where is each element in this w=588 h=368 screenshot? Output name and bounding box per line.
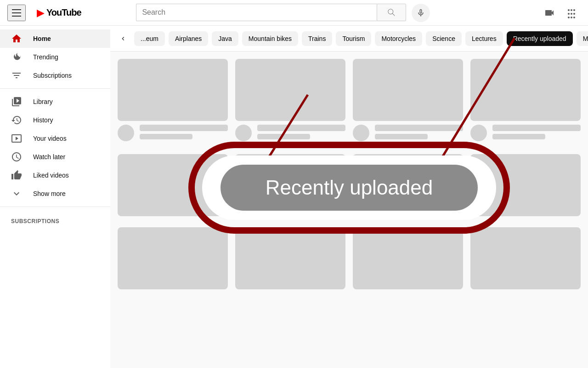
video-thumbnail — [353, 227, 463, 289]
video-title-skeleton — [257, 125, 345, 131]
header-left: ▶ YouTube — [7, 5, 81, 21]
video-card[interactable] — [470, 59, 581, 143]
subscriptions-section-title: SUBSCRIPTIONS — [0, 211, 110, 228]
video-card[interactable] — [470, 154, 581, 216]
video-thumbnail — [353, 154, 463, 216]
avatar — [353, 125, 369, 141]
sidebar-your-videos-label: Your videos — [33, 135, 67, 142]
video-meta — [140, 125, 228, 141]
video-card[interactable] — [353, 227, 463, 289]
sidebar-item-subscriptions[interactable]: Subscriptions — [0, 66, 110, 85]
logo[interactable]: ▶ YouTube — [37, 7, 81, 19]
video-thumbnail — [235, 154, 345, 216]
search-area — [136, 4, 430, 22]
category-bar: ...eum Airplanes Java Mountain bikes Tra… — [110, 26, 588, 52]
sidebar-divider-2 — [0, 207, 110, 207]
library-icon — [11, 96, 22, 107]
video-thumbnail — [235, 227, 345, 289]
sidebar-item-library[interactable]: Library — [0, 92, 110, 111]
video-thumbnail — [470, 154, 581, 216]
video-info — [235, 121, 345, 143]
main-content — [110, 52, 588, 368]
video-card[interactable] — [353, 154, 463, 216]
category-chip-motorcycles[interactable]: Motorcycles — [375, 31, 422, 46]
logo-text: YouTube — [46, 7, 81, 18]
video-card[interactable] — [118, 59, 228, 143]
category-chip-museum[interactable]: ...eum — [134, 31, 165, 46]
category-chip-trains[interactable]: Trains — [302, 31, 332, 46]
grid-icon — [566, 7, 577, 18]
video-grid-row1 — [118, 59, 581, 143]
video-grid-row3 — [118, 227, 581, 289]
history-icon — [11, 115, 22, 126]
sidebar-item-home[interactable]: Home — [0, 29, 110, 48]
sidebar-home-label: Home — [33, 35, 51, 42]
mic-button[interactable] — [412, 4, 430, 22]
sidebar: Home Trending Subscriptions Library Hist… — [0, 26, 110, 368]
sidebar-history-label: History — [33, 116, 53, 124]
category-chip-lectures[interactable]: Lectures — [465, 31, 503, 46]
chevron-left-icon — [119, 35, 127, 42]
sidebar-item-watch-later[interactable]: Watch later — [0, 148, 110, 166]
video-subtitle-skeleton — [375, 134, 428, 139]
sidebar-library-label: Library — [33, 98, 53, 105]
video-info — [353, 121, 463, 143]
category-chip-mixes[interactable]: Mixes — [577, 31, 588, 46]
category-chip-airplanes[interactable]: Airplanes — [169, 31, 208, 46]
category-chip-mountain-bikes[interactable]: Mountain bikes — [242, 31, 298, 46]
apps-button[interactable] — [562, 4, 581, 22]
video-card[interactable] — [470, 227, 581, 289]
video-thumbnail — [118, 227, 228, 289]
category-chip-tourism[interactable]: Tourism — [336, 31, 371, 46]
category-scroll-left-button[interactable] — [116, 31, 130, 46]
liked-videos-icon — [11, 170, 22, 181]
watch-later-icon — [11, 151, 22, 162]
video-card[interactable] — [235, 59, 345, 143]
sidebar-subscriptions-label: Subscriptions — [33, 72, 72, 79]
your-videos-icon — [11, 133, 22, 144]
subscriptions-icon — [11, 70, 22, 81]
video-info — [470, 121, 581, 143]
header: ▶ YouTube — [0, 0, 588, 26]
video-card[interactable] — [235, 154, 345, 216]
search-input[interactable] — [136, 4, 377, 21]
category-chip-science[interactable]: Science — [426, 31, 462, 46]
search-button[interactable] — [377, 4, 406, 21]
sidebar-divider-1 — [0, 88, 110, 89]
category-chip-java[interactable]: Java — [212, 31, 238, 46]
video-card[interactable] — [118, 154, 228, 216]
sidebar-item-history[interactable]: History — [0, 111, 110, 129]
create-button[interactable] — [540, 4, 559, 22]
video-title-skeleton — [140, 125, 228, 131]
sidebar-trending-label: Trending — [33, 53, 58, 61]
video-card[interactable] — [235, 227, 345, 289]
video-card[interactable] — [353, 59, 463, 143]
sidebar-item-your-videos[interactable]: Your videos — [0, 129, 110, 148]
video-title-skeleton — [492, 125, 581, 131]
video-thumbnail — [470, 59, 581, 121]
category-chip-recently-uploaded[interactable]: Recently uploaded — [507, 31, 573, 46]
avatar — [118, 125, 134, 141]
video-subtitle-skeleton — [140, 134, 192, 139]
hamburger-button[interactable] — [7, 5, 26, 21]
video-thumbnail — [235, 59, 345, 121]
chevron-down-icon — [11, 188, 22, 199]
sidebar-item-trending[interactable]: Trending — [0, 48, 110, 66]
trending-icon — [11, 52, 22, 63]
sidebar-watch-later-label: Watch later — [33, 153, 65, 161]
video-title-skeleton — [375, 125, 463, 131]
mic-icon — [416, 8, 425, 17]
sidebar-item-show-more[interactable]: Show more — [0, 184, 110, 203]
video-subtitle-skeleton — [257, 134, 310, 139]
video-card[interactable] — [118, 227, 228, 289]
sidebar-item-liked-videos[interactable]: Liked videos — [0, 166, 110, 184]
avatar — [470, 125, 487, 141]
home-icon — [11, 33, 22, 44]
video-thumbnail — [118, 154, 228, 216]
video-meta — [375, 125, 463, 141]
search-icon — [387, 8, 396, 17]
video-grid-row2 — [118, 154, 581, 216]
video-camera-icon — [544, 7, 555, 18]
youtube-logo-icon: ▶ — [37, 7, 45, 19]
show-more-label: Show more — [33, 190, 66, 197]
